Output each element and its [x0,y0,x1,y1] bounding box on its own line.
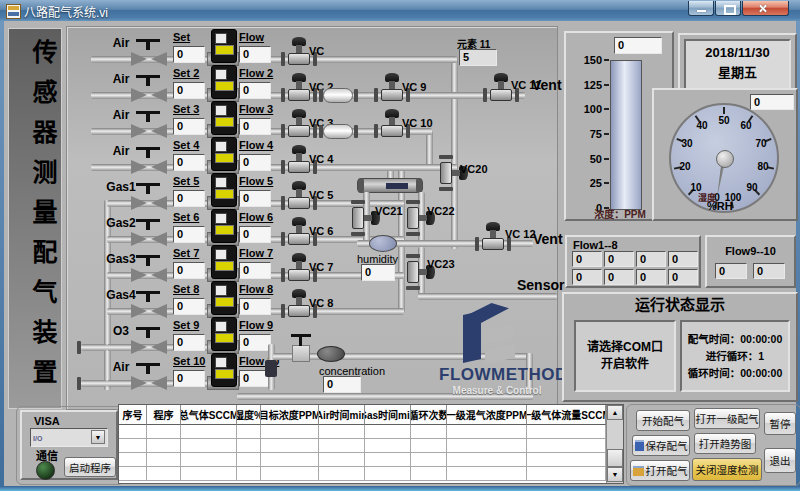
element11-input[interactable]: 5 [459,49,497,66]
mfc-label [215,369,234,379]
table-cell[interactable] [411,425,447,439]
mfc-icon [211,65,237,99]
table-cell[interactable] [447,453,527,467]
clock-date: 2018/11/30 [686,43,789,63]
table-cell[interactable] [365,467,411,481]
table-cell[interactable] [181,439,237,453]
vent-label: Vent [532,79,562,91]
table-cell[interactable] [365,425,411,439]
table-cell[interactable] [181,467,237,481]
set-input[interactable]: 0 [173,118,205,135]
table-cell[interactable] [527,467,606,481]
scroll-down-icon[interactable]: ▼ [607,467,623,482]
valve-body-icon [131,340,147,354]
combo-dropdown-arrow-icon[interactable]: ▼ [91,430,105,444]
table-cell[interactable] [261,453,319,467]
table-cell[interactable] [119,425,147,439]
table-cell[interactable] [319,467,365,481]
table-cell[interactable] [411,467,447,481]
pipe-flange [354,125,358,138]
status-title: 运行状态显示 [564,299,796,311]
start-program-button[interactable]: 启动程序 [64,457,116,477]
set-input[interactable]: 0 [173,298,205,315]
set-input[interactable]: 0 [173,154,205,171]
set-input[interactable]: 0 [173,262,205,279]
valve-body-icon [482,238,504,250]
table-cell[interactable] [119,467,147,481]
table-cell[interactable] [411,439,447,453]
table-cell[interactable] [237,467,261,481]
table-cell[interactable] [319,453,365,467]
vc-label: VC 7 [309,261,333,273]
table-cell[interactable] [181,453,237,467]
table-cell[interactable] [411,453,447,467]
table-cell[interactable] [147,425,181,439]
table-cell[interactable] [447,439,527,453]
table-cell[interactable] [527,453,606,467]
vc-label: VC 9 [402,81,426,93]
minimize-button[interactable] [688,1,714,16]
set-input[interactable]: 0 [173,334,205,351]
pause-button[interactable]: 暂停 [764,412,796,435]
table-cell[interactable] [147,439,181,453]
app-window: 八路配气系统.vi 传感器测量配气装置 [0,0,800,491]
set-input[interactable]: 0 [173,226,205,243]
flow-label: Flow [239,31,264,43]
table-cell[interactable] [527,439,606,453]
manual-valve-icon [131,194,167,212]
table-cell[interactable] [365,453,411,467]
set-label: Set 6 [173,211,199,223]
valve-body-icon [131,124,147,138]
visa-combo[interactable]: I/O ▼ [30,428,108,447]
table-cell[interactable] [319,439,365,453]
save-mixing-button[interactable]: 保存配气 [632,435,690,456]
valve-body-icon [131,88,147,102]
flow-indicator: 0 [239,298,271,315]
table-cell[interactable] [237,439,261,453]
table-cell[interactable] [119,439,147,453]
set-input[interactable]: 0 [173,82,205,99]
set-input[interactable]: 0 [173,190,205,207]
table-cell[interactable] [147,453,181,467]
vc-label: VC20 [460,163,488,175]
table-cell[interactable] [447,467,527,481]
table-cell[interactable] [261,425,319,439]
open-trend-button[interactable]: 打开趋势图 [694,433,756,454]
close-humidity-button[interactable]: 关闭湿度检测 [692,458,762,481]
mfc-icon [211,353,237,387]
exit-button[interactable]: 退出 [764,448,796,473]
maximize-button[interactable] [715,1,741,16]
open-mixing-button[interactable]: 打开配气 [630,460,690,481]
table-cell[interactable] [119,453,147,467]
valve-body-icon [151,88,167,102]
scroll-up-icon[interactable]: ▲ [607,405,623,420]
open-primary-mixing-button[interactable]: 打开一级配气 [694,408,760,429]
table-cell[interactable] [147,467,181,481]
vc-label: VC23 [427,258,455,270]
filter-capsule-icon [323,124,353,139]
table-cell[interactable] [261,467,319,481]
status-field-value: 00:00:00 [740,367,782,379]
table-cell[interactable] [319,425,365,439]
mfc-screen [215,213,227,224]
start-mixing-button[interactable]: 开始配气 [636,410,690,431]
table-cell[interactable] [237,453,261,467]
table-cell[interactable] [447,425,527,439]
set-input[interactable]: 0 [173,370,205,387]
close-button[interactable] [742,1,789,16]
table-scrollbar[interactable]: ▲ ▼ [606,405,623,483]
table-cell[interactable] [261,439,319,453]
table-cell[interactable] [365,439,411,453]
table-cell[interactable] [181,425,237,439]
program-table[interactable]: 序号 程序 总气体SCCM 湿度% 目标浓度PPM Air时间min Gas时间… [118,404,624,484]
tank-gauge [610,60,642,210]
title-bar[interactable]: 八路配气系统.vi [0,0,800,22]
set-input[interactable]: 0 [173,46,205,63]
scroll-thumb[interactable] [607,449,623,467]
comm-led [36,461,55,480]
table-cell[interactable] [237,425,261,439]
valve-handle-icon [136,291,160,302]
front-panel: 传感器测量配气装置 Air Set 0 Flow 0 [4,21,796,486]
sidebar-banner: 传感器测量配气装置 [8,28,62,409]
table-cell[interactable] [527,425,606,439]
